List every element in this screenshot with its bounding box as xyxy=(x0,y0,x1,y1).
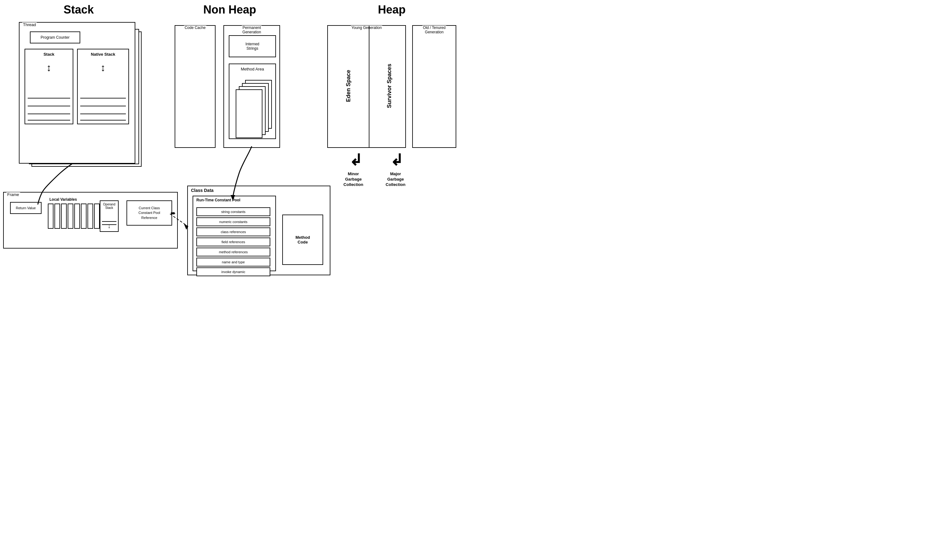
native-line-3 xyxy=(80,114,126,114)
code-cache-label: Code Cache xyxy=(184,26,206,30)
major-gc-arrow: ↲ xyxy=(390,151,403,169)
young-gen-label: Young Generation xyxy=(351,26,382,30)
old-gen-label: Old / TenuredGeneration xyxy=(422,26,446,34)
native-stack-label: Native Stack xyxy=(91,52,115,57)
stack-line-4 xyxy=(28,120,70,120)
code-cache-box: Code Cache xyxy=(175,25,216,148)
class-data-box: Class Data Run-Time Constant Pool string… xyxy=(187,186,330,275)
pool-item-4: method references xyxy=(196,248,270,256)
method-area-box: Method Area xyxy=(229,63,276,139)
heap-title: Heap xyxy=(321,3,462,16)
native-stack-box: Native Stack ↕ xyxy=(77,49,129,124)
current-class-label: Current ClassConstant PoolReference xyxy=(139,206,160,220)
local-vars-grid xyxy=(48,203,100,229)
native-line-1 xyxy=(80,98,126,98)
stack-line-1 xyxy=(28,98,70,98)
stack-line-3 xyxy=(28,114,70,114)
young-gen-box: Young Generation Eden Space Survivor Spa… xyxy=(327,25,406,148)
method-area-inner-1 xyxy=(236,89,262,138)
program-counter-box: Program Counter xyxy=(30,31,80,43)
return-value-label: Return Value xyxy=(16,206,35,210)
eden-divider xyxy=(369,26,370,147)
perm-gen-box: PermanentGeneration InternedStrings Meth… xyxy=(223,25,280,148)
operand-stack-box: OperandStack ↓ xyxy=(100,200,119,232)
pool-item-2: class references xyxy=(196,228,270,236)
class-data-label: Class Data xyxy=(191,188,214,193)
pool-item-5: name and type xyxy=(196,258,270,266)
stack-inner-label: Stack xyxy=(43,52,54,57)
major-gc-label: MajorGarbageCollection xyxy=(378,171,413,188)
minor-gc-label: MinorGarbageCollection xyxy=(336,171,371,188)
native-line-4 xyxy=(80,120,126,120)
eden-label: Eden Space xyxy=(345,70,352,103)
method-area-label: Method Area xyxy=(241,67,264,71)
perm-gen-label: PermanentGeneration xyxy=(242,26,262,34)
runtime-pool-label: Run-Time Constant Pool xyxy=(196,198,240,202)
operand-stack-label: OperandStack xyxy=(103,203,115,209)
minor-gc-arrow: ↲ xyxy=(349,151,362,169)
nonheap-title: Non Heap xyxy=(170,3,290,16)
return-value-box: Return Value xyxy=(10,202,42,214)
pool-item-1: numeric constants xyxy=(196,217,270,226)
survivor-label: Survivor Spaces xyxy=(386,63,393,109)
pool-item-6: invoke dynamic xyxy=(196,268,270,276)
frame-box: Frame Return Value Local Variables Opera… xyxy=(3,192,178,249)
pointer-icon: ➠ xyxy=(171,210,175,217)
stack-inner-box: Stack ↕ xyxy=(25,49,73,124)
old-gen-box: Old / TenuredGeneration xyxy=(412,25,456,148)
method-code-box: MethodCode xyxy=(282,215,323,265)
native-stack-arrow: ↕ xyxy=(101,62,106,74)
thread-label: Thread xyxy=(22,22,37,27)
native-line-2 xyxy=(80,106,126,106)
interned-strings-box: InternedStrings xyxy=(229,35,276,57)
stack-line-2 xyxy=(28,106,70,106)
runtime-pool-box: Run-Time Constant Pool string constants … xyxy=(192,196,276,271)
pool-item-3: field references xyxy=(196,237,270,246)
frame-label: Frame xyxy=(6,192,20,197)
stack-title: Stack xyxy=(9,3,148,16)
method-code-label: MethodCode xyxy=(296,235,310,245)
stack-arrow: ↕ xyxy=(46,62,52,74)
program-counter-label: Program Counter xyxy=(41,35,69,40)
interned-strings-label: InternedStrings xyxy=(245,42,259,51)
current-class-box: Current ClassConstant PoolReference xyxy=(126,200,172,226)
local-variables-label: Local Variables xyxy=(49,197,77,202)
pool-item-0: string constants xyxy=(196,207,270,216)
